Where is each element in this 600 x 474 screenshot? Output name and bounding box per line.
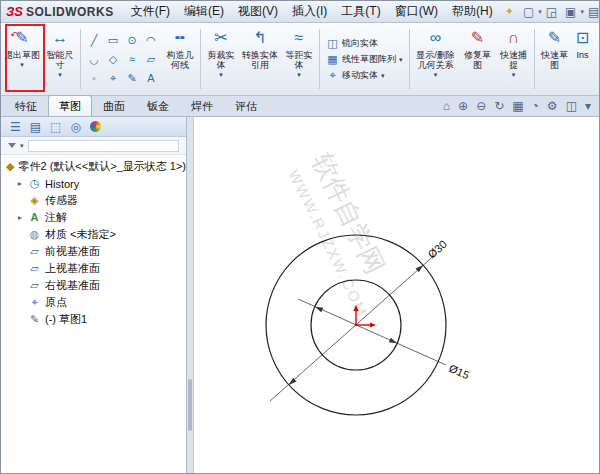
sketch-ribbon: ✎↶ 退出草图 ▾ ↔ 智能尺寸 ▾ ╱ ▭ ⊙ ◠ ◡ ◇ ≈ ▱ ◦ ⌖ ✎… xyxy=(1,23,599,96)
sketch-viewport[interactable]: 软件自学网 WWW.RJZXW.COM xyxy=(194,117,600,474)
mirror-entities-button[interactable]: ◫ 镜向实体 xyxy=(326,37,403,50)
dropdown-caret-icon: ▾ xyxy=(381,72,385,80)
expand-icon[interactable]: ▸ xyxy=(16,179,24,188)
ribbon-tab-bar: 特征 草图 曲面 钣金 焊件 评估 ⌂ ⊕ ⊖ ↻ ▦ ◔ ⚙ ◫ ▾ xyxy=(1,96,599,117)
plane-icon: ▱ xyxy=(28,245,41,258)
property-manager-icon[interactable]: ▤ xyxy=(30,121,41,133)
tab-features[interactable]: 特征 xyxy=(4,95,48,116)
panel-splitter[interactable] xyxy=(187,117,194,473)
view-orientation-icon[interactable]: ◫ xyxy=(566,99,577,113)
offset-entities-button[interactable]: ≈ 等距实体 ▾ xyxy=(281,25,317,93)
hide-show-items-icon[interactable]: ◔ xyxy=(532,99,539,113)
smart-dimension-button[interactable]: ↔ 智能尺寸 ▾ xyxy=(42,25,78,93)
pin-menu-icon[interactable]: ✦ xyxy=(505,5,514,18)
scissors-icon: ✂ xyxy=(214,28,227,48)
graphics-area[interactable]: 软件自学网 WWW.RJZXW.COM xyxy=(194,117,599,473)
dropdown-caret-icon[interactable]: ▾ xyxy=(20,142,24,150)
open-document-icon[interactable]: ◲ xyxy=(542,5,561,19)
trim-entities-button[interactable]: ✂ 剪裁实体 ▾ xyxy=(203,25,239,93)
material-icon: ◍ xyxy=(28,228,41,241)
quick-snaps-button[interactable]: ∩ 快速捕捉 ▾ xyxy=(496,25,532,93)
tree-item-sketch1[interactable]: ✎ (-) 草图1 xyxy=(1,311,186,328)
tree-item-material[interactable]: ◍ 材质 <未指定> xyxy=(1,226,186,243)
menu-edit[interactable]: 编辑(E) xyxy=(177,2,231,21)
dimxpert-manager-icon[interactable]: ◎ xyxy=(70,121,80,133)
instant2d-button-partial[interactable]: ⊡ Ins xyxy=(573,25,593,93)
linear-pattern-icon: ▦ xyxy=(326,53,339,66)
rapid-sketch-button[interactable]: ✎ 快速草图 xyxy=(537,25,573,93)
slot-tool-icon[interactable]: ▱ xyxy=(144,51,158,68)
menu-view[interactable]: 视图(V) xyxy=(231,2,285,21)
menu-file[interactable]: 文件(F) xyxy=(124,2,177,21)
tab-weldments[interactable]: 焊件 xyxy=(180,95,224,116)
save-icon[interactable]: ▣ xyxy=(561,5,580,19)
tab-sketch[interactable]: 草图 xyxy=(48,95,92,116)
tree-root-part[interactable]: ◆ 零件2 (默认<<默认>_显示状态 1>) xyxy=(1,158,186,175)
move-entities-button[interactable]: ⌖ 移动实体 ▾ xyxy=(326,69,403,82)
tree-item-annotations[interactable]: ▸ A 注解 xyxy=(1,209,186,226)
zoom-out-icon[interactable]: ⊖ xyxy=(476,99,486,113)
menu-help[interactable]: 帮助(H) xyxy=(445,2,500,21)
view-settings-icon[interactable]: ⚙ xyxy=(547,99,558,113)
spline-tool-icon[interactable]: ≈ xyxy=(125,51,139,68)
dimension-label-outer[interactable]: Ø30 xyxy=(425,238,449,261)
dimension-label-inner[interactable]: Ø15 xyxy=(447,362,471,381)
centerline-tool-icon[interactable]: ⌖ xyxy=(106,70,120,87)
new-document-icon[interactable]: ▢ xyxy=(519,5,538,19)
point-tool-icon[interactable]: ◦ xyxy=(87,70,101,87)
magnet-icon: ∩ xyxy=(508,28,520,48)
menu-tools[interactable]: 工具(T) xyxy=(334,2,387,21)
tree-item-right-plane[interactable]: ▱ 右视基准面 xyxy=(1,277,186,294)
tab-evaluate[interactable]: 评估 xyxy=(224,95,268,116)
pattern-tools-group: ◫ 镜向实体 ▦ 线性草图阵列 ▾ ⌖ 移动实体 ▾ xyxy=(322,25,407,93)
line-tool-icon[interactable]: ╱ xyxy=(87,32,101,49)
menu-insert[interactable]: 插入(I) xyxy=(285,2,334,21)
tree-item-history[interactable]: ▸ ◷ History xyxy=(1,175,186,192)
configuration-manager-icon[interactable]: ⬚ xyxy=(50,121,61,133)
display-delete-relations-button[interactable]: ∞ 显示/删除几何关系 ▾ xyxy=(412,25,460,93)
tab-sheet-metal[interactable]: 钣金 xyxy=(136,95,180,116)
exit-sketch-icon: ✎↶ xyxy=(15,28,28,48)
tree-item-top-plane[interactable]: ▱ 上视基准面 xyxy=(1,260,186,277)
arc-tool-icon[interactable]: ◠ xyxy=(144,32,158,49)
tree-filter-input[interactable] xyxy=(28,140,179,152)
display-style-icon[interactable]: ▦ xyxy=(512,99,523,113)
main-content: ☰ ▤ ⬚ ◎ ▾ ◆ 零件2 (默认<<默认>_显示状态 1>) ▸ ◷ xyxy=(1,117,599,473)
circle-tool-icon[interactable]: ⊙ xyxy=(125,32,139,49)
expand-icon[interactable]: ▸ xyxy=(16,213,24,222)
dropdown-caret-icon[interactable]: ▾ xyxy=(585,99,591,113)
tree-item-front-plane[interactable]: ▱ 前视基准面 xyxy=(1,243,186,260)
linear-sketch-pattern-button[interactable]: ▦ 线性草图阵列 ▾ xyxy=(326,53,403,66)
construction-geometry-button[interactable]: ╍ 构造几何线 xyxy=(162,25,198,93)
construction-geometry-icon: ╍ xyxy=(175,28,185,48)
convert-entities-button[interactable]: ↰ 转换实体引用 xyxy=(239,25,281,93)
scrollbar-thumb[interactable] xyxy=(188,379,192,431)
dropdown-caret-icon: ▾ xyxy=(58,71,62,79)
tree-item-label: (-) 草图1 xyxy=(45,312,87,327)
tree-item-label: History xyxy=(45,178,79,190)
sensors-icon: ◈ xyxy=(28,194,41,207)
menu-window[interactable]: 窗口(W) xyxy=(388,2,445,21)
print-icon[interactable]: ▤ xyxy=(584,5,600,19)
solidworks-logo-icon: ЗS xyxy=(6,4,23,19)
tree-item-label: 右视基准面 xyxy=(45,278,100,293)
repair-sketch-button[interactable]: ✎ 修复草图 xyxy=(460,25,496,93)
feature-manager-tree-icon[interactable]: ☰ xyxy=(10,121,21,133)
mirror-entities-icon: ◫ xyxy=(326,37,339,50)
smart-dimension-icon: ↔ xyxy=(52,28,68,48)
threepoint-arc-tool-icon[interactable]: ◡ xyxy=(87,51,101,68)
display-manager-icon[interactable] xyxy=(90,121,101,132)
tab-surfaces[interactable]: 曲面 xyxy=(92,95,136,116)
tree-item-sensors[interactable]: ◈ 传感器 xyxy=(1,192,186,209)
zoom-fit-icon[interactable]: ⌂ xyxy=(443,99,450,113)
relations-glasses-icon: ∞ xyxy=(430,28,441,48)
zoom-in-icon[interactable]: ⊕ xyxy=(458,99,468,113)
polygon-tool-icon[interactable]: ◇ xyxy=(106,51,120,68)
tree-item-origin[interactable]: ⌖ 原点 xyxy=(1,294,186,311)
sketch-fillet-tool-icon[interactable]: ✎ xyxy=(125,70,139,87)
filter-funnel-icon[interactable] xyxy=(8,143,16,148)
rectangle-tool-icon[interactable]: ▭ xyxy=(106,32,120,49)
text-tool-icon[interactable]: A xyxy=(144,70,158,87)
exit-sketch-button[interactable]: ✎↶ 退出草图 ▾ xyxy=(2,25,42,93)
rotate-view-icon[interactable]: ↻ xyxy=(494,99,504,113)
